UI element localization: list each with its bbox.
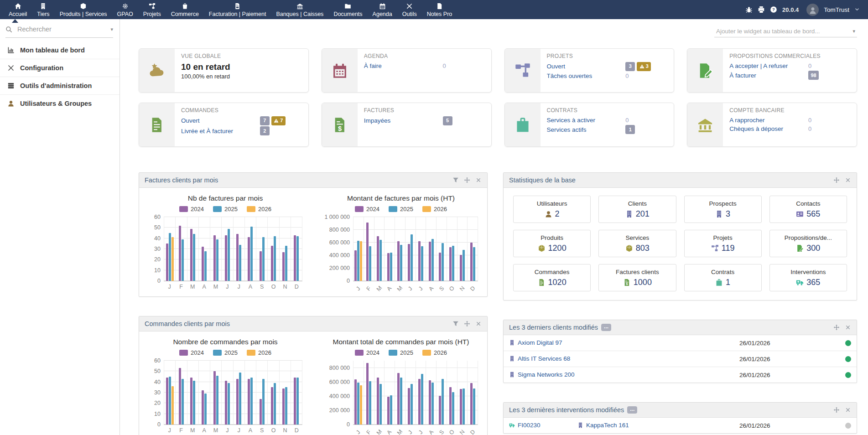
move-icon[interactable]	[833, 407, 840, 413]
bar-group	[233, 217, 244, 281]
menu-tiers[interactable]: Tiers	[32, 0, 54, 19]
menu-produits-services[interactable]: Produits | Services	[55, 0, 112, 19]
bar	[400, 378, 402, 425]
bar	[262, 379, 265, 425]
menu-outils[interactable]: Outils	[397, 0, 422, 19]
sidebar-search[interactable]: ▾	[5, 25, 113, 38]
sidebar-item-label: Outils d'administration	[20, 82, 92, 89]
menu-accueil[interactable]: Accueil	[4, 0, 32, 19]
search-input[interactable]	[16, 25, 106, 33]
filter-icon[interactable]	[452, 177, 459, 183]
sidebar-item-utilisateurs-groupes[interactable]: Utilisateurs & Groupes	[0, 95, 120, 112]
card-row-link[interactable]: Impayées	[364, 117, 443, 124]
bug-icon[interactable]	[745, 6, 753, 13]
card-row-link[interactable]: Chèques à déposer	[729, 125, 808, 133]
card-row-link[interactable]: Services actifs	[547, 126, 626, 134]
search-dropdown-caret[interactable]: ▾	[110, 26, 113, 32]
sidebar-item-mon-tableau-de-bord[interactable]: Mon tableau de bord	[0, 41, 120, 59]
menu-notes-pro[interactable]: Notes Pro	[422, 0, 457, 19]
menu-agenda[interactable]: Agenda	[368, 0, 397, 19]
card-row: Ouvert77	[181, 116, 302, 125]
menu-commerce[interactable]: Commerce	[166, 0, 204, 19]
xmark-icon[interactable]	[475, 321, 482, 327]
stat-tile-commandes[interactable]: Commandes1020	[513, 264, 591, 291]
card-row-link[interactable]: Ouvert	[181, 117, 260, 124]
folder-icon	[344, 3, 351, 10]
stat-tile-projets[interactable]: Projets119	[684, 230, 762, 257]
move-icon[interactable]	[833, 177, 840, 183]
legend-item[interactable]: 2024	[355, 206, 379, 212]
move-icon[interactable]	[833, 324, 840, 331]
stat-tile-prospects[interactable]: Prospects3	[684, 196, 762, 223]
help-icon[interactable]: ?	[770, 6, 777, 13]
client-link[interactable]: Axiom Digital 97	[509, 339, 562, 346]
stat-tile-contrats[interactable]: Contrats1	[684, 264, 762, 291]
bar-group	[416, 217, 426, 281]
add-widget-select[interactable]: Ajouter le widget au tableau de bord... …	[714, 26, 857, 37]
ellipsis-badge[interactable]: ...	[601, 324, 611, 331]
stat-tile-services[interactable]: Services803	[598, 230, 676, 257]
card-row: Livrée et À facturer2	[181, 126, 302, 135]
stat-tile-factures-clients[interactable]: Factures clients$1000	[598, 264, 676, 291]
legend-item[interactable]: 2026	[422, 349, 447, 356]
legend-item[interactable]: 2025	[389, 206, 413, 212]
widget-header: Commandes clients par mois	[139, 316, 487, 331]
menu-label: Notes Pro	[427, 11, 452, 17]
stat-tile-contacts[interactable]: Contacts565	[769, 196, 847, 223]
card-row-link[interactable]: À facturer	[729, 72, 808, 79]
menu-facturation-paiement[interactable]: Facturation | Paiement	[204, 0, 271, 19]
active-menu-caret	[12, 19, 18, 23]
print-icon[interactable]	[758, 6, 765, 13]
xmark-icon[interactable]	[845, 407, 851, 413]
sidebar-item-configuration[interactable]: Configuration	[0, 59, 120, 77]
card-row-link[interactable]: A rapprocher	[729, 116, 808, 124]
legend-item[interactable]: 2026	[247, 206, 271, 212]
menu-projets[interactable]: Projets	[138, 0, 166, 19]
stat-tile-produits[interactable]: Produits1200	[513, 230, 591, 257]
bar	[452, 246, 454, 281]
client-link[interactable]: Altis IT Services 68	[509, 355, 570, 362]
client-link[interactable]: Sigma Networks 200	[509, 371, 575, 378]
user-avatar[interactable]	[806, 4, 819, 16]
legend-item[interactable]: 2024	[355, 349, 379, 356]
menu-banques-caisses[interactable]: Banques | Caisses	[271, 0, 328, 19]
ellipsis-badge[interactable]: ...	[627, 406, 637, 414]
card-row-link[interactable]: Services à activer	[547, 116, 626, 124]
chevron-down-icon[interactable]	[854, 7, 860, 12]
bar	[296, 236, 299, 281]
card-row-link[interactable]: Livrée et À facturer	[181, 127, 260, 135]
legend-item[interactable]: 2024	[179, 206, 204, 212]
sidebar-item-outils-d-administration[interactable]: Outils d'administration	[0, 77, 120, 95]
bar	[190, 378, 192, 425]
xmark-icon[interactable]	[845, 177, 851, 183]
legend-item[interactable]: 2026	[422, 206, 447, 212]
legend-item[interactable]: 2026	[247, 349, 271, 356]
card-row-link[interactable]: À faire	[364, 62, 443, 70]
menu-documents[interactable]: Documents	[328, 0, 367, 19]
card-row-link[interactable]: Ouvert	[547, 62, 626, 70]
card-row-link[interactable]: A accepter | A refuser	[729, 62, 808, 70]
xmark-icon[interactable]	[475, 177, 482, 183]
legend-item[interactable]: 2025	[213, 206, 238, 212]
stat-tile-utilisateurs[interactable]: Utilisateurs2	[513, 196, 591, 223]
bar	[390, 253, 392, 281]
move-icon[interactable]	[464, 321, 470, 327]
user-name[interactable]: TomTrust	[824, 6, 849, 13]
tools-icon	[7, 64, 15, 72]
bar	[248, 379, 250, 425]
move-icon[interactable]	[464, 177, 470, 183]
filter-icon[interactable]	[452, 321, 459, 327]
client-link[interactable]: KappaTech 161	[577, 422, 629, 429]
legend-item[interactable]: 2024	[179, 349, 204, 356]
legend-item[interactable]: 2025	[389, 349, 413, 356]
stat-tile-clients[interactable]: Clients201	[598, 196, 676, 223]
legend-item[interactable]: 2025	[213, 349, 238, 356]
card-row-link[interactable]: Tâches ouvertes	[547, 72, 626, 80]
menu-gpao[interactable]: GPAO	[112, 0, 138, 19]
xmark-icon[interactable]	[845, 324, 851, 331]
stat-tile-interventions[interactable]: Interventions365	[769, 264, 847, 291]
warning-badge: 7	[271, 116, 286, 125]
intervention-link[interactable]: FI00230	[509, 422, 541, 429]
menu-label: Banques | Caisses	[276, 11, 323, 17]
stat-tile-propositions-de[interactable]: Propositions/de...300	[769, 230, 847, 257]
